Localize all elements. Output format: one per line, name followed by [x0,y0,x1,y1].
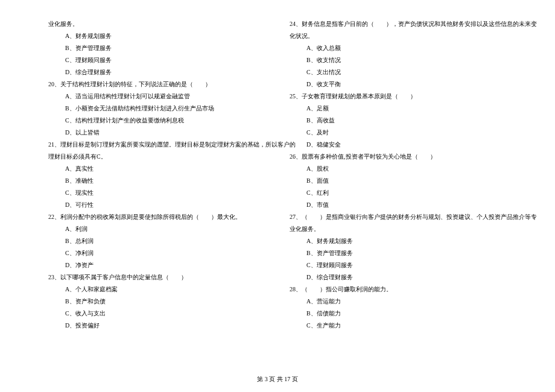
option-line: D、投资偏好 [48,320,265,332]
option-line: C、收入与支出 [48,308,265,320]
option-line: A、收入总额 [290,42,507,54]
page-content: 业化服务。A、财务规划服务B、资产管理服务C、理财顾问服务D、综合理财服务20、… [0,0,555,350]
option-line: B、偿债能力 [290,308,507,320]
left-column: 业化服务。A、财务规划服务B、资产管理服务C、理财顾问服务D、综合理财服务20、… [48,18,265,332]
option-line: C、理财顾问服务 [48,54,265,66]
question-line: 业化服务。 [48,18,265,30]
option-line: C、结构性理财计划产生的收益要缴纳利息税 [48,115,265,127]
option-line: D、可行性 [48,199,265,211]
option-line: B、总利润 [48,235,265,247]
question-line: 26、股票有多种价值,投资者平时较为关心地是（ ） [290,151,507,163]
option-line: B、资产管理服务 [290,247,507,259]
option-line: D、收支平衡 [290,78,507,90]
option-line: C、生产能力 [290,320,507,332]
question-line: 业化服务。 [290,223,507,235]
question-line: 22、利润分配中的税收筹划原则是要使扣除所得税后的（ ）最大化。 [48,211,265,223]
option-line: C、支出情况 [290,66,507,78]
option-line: D、市值 [290,199,507,211]
option-line: C、净利润 [48,247,265,259]
option-line: A、足额 [290,103,507,115]
question-line: 27、（ ）是指商业银行向客户提供的财务分析与规划、投资建议、个人投资产品推介等… [290,211,507,223]
option-line: D、净资产 [48,259,265,271]
option-line: A、营运能力 [290,296,507,308]
option-line: A、财务规划服务 [290,235,507,247]
option-line: B、小额资金无法借助结构性理财计划进入衍生产品市场 [48,103,265,115]
option-line: A、适当运用结构性理财计划可以规避金融监管 [48,90,265,103]
question-line: 20、关于结构性理财计划的特征，下列说法正确的是（ ） [48,78,265,90]
option-line: A、股权 [290,163,507,175]
option-line: C、红利 [290,187,507,199]
option-line: C、理财顾问服务 [290,259,507,271]
right-column: 24、财务信息是指客户目前的（ ），资产负债状况和其他财务安排以及这些信息的未来… [290,18,507,332]
option-line: D、综合理财服务 [290,271,507,283]
question-line: 24、财务信息是指客户目前的（ ），资产负债状况和其他财务安排以及这些信息的未来… [290,18,507,30]
question-line: 23、以下哪项不属于客户信息中的定量信息（ ） [48,271,265,283]
option-line: C、现实性 [48,187,265,199]
option-line: A、真实性 [48,163,265,175]
option-line: B、收支情况 [290,54,507,66]
option-line: C、及时 [290,127,507,139]
option-line: B、高收益 [290,115,507,127]
option-line: B、资产和负债 [48,296,265,308]
option-line: A、利润 [48,223,265,235]
question-line: 化状况。 [290,30,507,42]
page-footer: 第 3 页 共 17 页 [0,375,555,384]
question-line: 21、理财目标是制订理财方案所要实现的愿望。理财目标是制定理财方案的基础，所以客… [48,139,265,151]
option-line: D、综合理财服务 [48,66,265,78]
option-line: B、资产管理服务 [48,42,265,54]
question-line: 28、（ ）指公司赚取利润的能力。 [290,283,507,296]
option-line: D、以上皆错 [48,127,265,139]
option-line: A、个人和家庭档案 [48,283,265,296]
option-line: B、准确性 [48,175,265,187]
option-line: A、财务规划服务 [48,30,265,42]
question-line: 25、子女教育理财规划的最基本原则是（ ） [290,90,507,103]
option-line: B、面值 [290,175,507,187]
option-line: D、稳健安全 [290,139,507,151]
question-line: 理财目标必须具有C。 [48,151,265,163]
